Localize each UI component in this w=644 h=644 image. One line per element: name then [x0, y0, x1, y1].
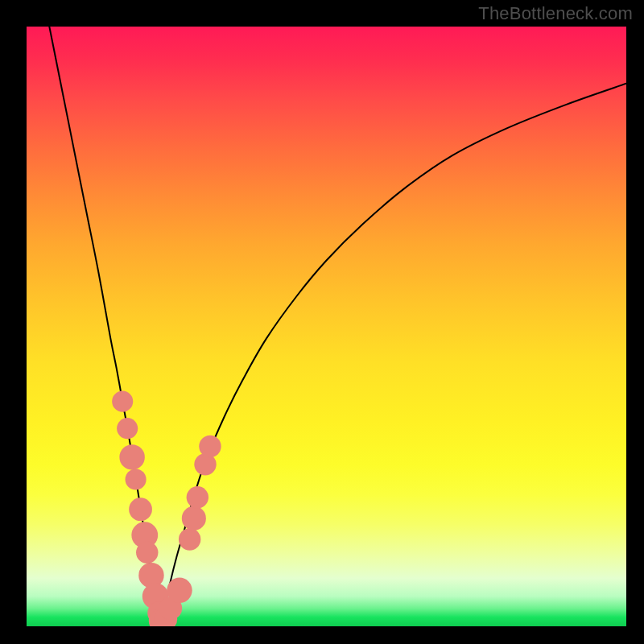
data-marker — [167, 578, 192, 603]
curve-right-branch — [160, 84, 626, 621]
plot-area — [27, 27, 626, 626]
data-marker — [112, 391, 133, 412]
data-marker — [117, 418, 138, 439]
data-marker — [129, 497, 152, 521]
data-marker — [199, 436, 221, 457]
data-marker — [182, 506, 206, 530]
watermark-text: TheBottleneck.com — [478, 3, 633, 24]
data-marker — [136, 542, 158, 564]
data-marker — [126, 469, 147, 489]
data-marker — [187, 486, 208, 508]
chart-frame: TheBottleneck.com — [0, 0, 644, 644]
marker-layer — [112, 391, 221, 626]
data-marker — [119, 444, 144, 469]
chart-svg — [27, 27, 626, 626]
data-marker — [179, 528, 200, 550]
